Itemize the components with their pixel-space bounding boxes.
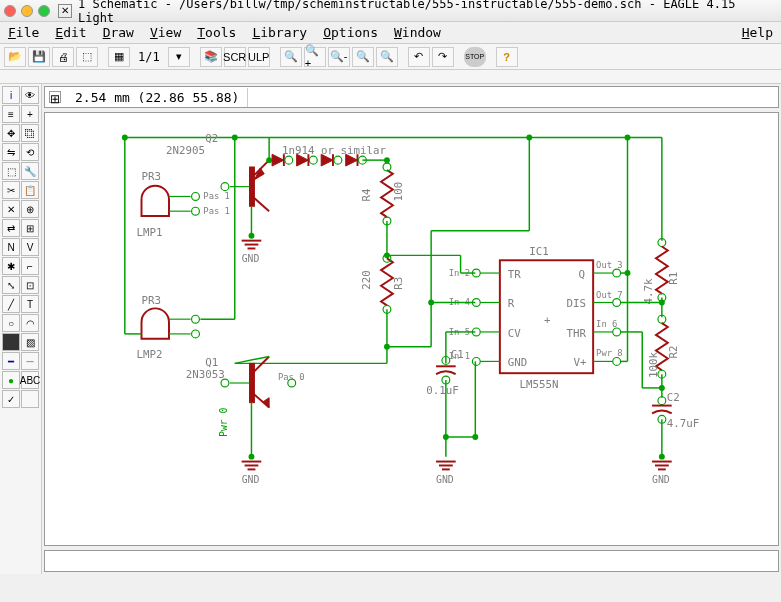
coord-display: 2.54 mm (22.86 55.88)	[67, 88, 248, 107]
titlebar: ✕ 1 Schematic - /Users/billw/tmp/schemin…	[0, 0, 781, 22]
schematic-canvas[interactable]: PR3 LMP1 Pas 1 Pas 1 Q2 2N2905	[44, 112, 779, 546]
wire-tool[interactable]: ╱	[2, 295, 20, 313]
menu-draw[interactable]: Draw	[103, 25, 134, 40]
menu-help[interactable]: Help	[742, 25, 773, 40]
command-input[interactable]	[44, 550, 779, 572]
gnd2: GND	[242, 474, 260, 485]
smash-tool[interactable]: ✱	[2, 257, 20, 275]
window-title: 1 Schematic - /Users/billw/tmp/scheminst…	[78, 0, 777, 25]
svg-point-24	[285, 156, 293, 164]
move-tool[interactable]: ✥	[2, 124, 20, 142]
erc-tool[interactable]: ✓	[2, 390, 20, 408]
net-tool[interactable]: ─	[21, 352, 39, 370]
bus-tool[interactable]: ━	[2, 352, 20, 370]
library-button[interactable]: 📚	[200, 47, 222, 67]
eye-tool[interactable]: 👁	[21, 86, 39, 104]
script-button[interactable]: SCR	[224, 47, 246, 67]
errors-tool[interactable]	[21, 390, 39, 408]
mark-tool[interactable]: +	[21, 105, 39, 123]
close-button[interactable]	[4, 5, 16, 17]
menu-edit[interactable]: Edit	[55, 25, 86, 40]
menu-file[interactable]: File	[8, 25, 39, 40]
minimize-button[interactable]	[21, 5, 33, 17]
rotate-tool[interactable]: ⟲	[21, 143, 39, 161]
svg-line-10	[252, 196, 269, 211]
split-tool[interactable]: ⤡	[2, 276, 20, 294]
ic-thr: THR	[567, 327, 587, 340]
change-tool[interactable]: 🔧	[21, 162, 39, 180]
paste-tool[interactable]: 📋	[21, 181, 39, 199]
ic-q: Q	[578, 268, 585, 281]
mirror-tool[interactable]: ⇋	[2, 143, 20, 161]
r2-value: 100k	[647, 352, 660, 379]
pwr0-a: Pwr 0	[218, 407, 229, 437]
svg-point-77	[613, 299, 621, 307]
lmp1-label: PR3	[142, 170, 162, 183]
text-tool[interactable]: T	[21, 295, 39, 313]
stop-button[interactable]: STOP	[464, 47, 486, 67]
zoom-in-button[interactable]: 🔍+	[304, 47, 326, 67]
cam-button[interactable]: ⬚	[76, 47, 98, 67]
traffic-lights	[4, 5, 50, 17]
zoom-select-button[interactable]: 🔍	[376, 47, 398, 67]
menu-window[interactable]: Window	[394, 25, 441, 40]
menu-tools[interactable]: Tools	[197, 25, 236, 40]
ic-tr: TR	[508, 268, 522, 281]
zoom-button[interactable]	[38, 5, 50, 17]
coord-bar: ⊞ 2.54 mm (22.86 55.88)	[44, 86, 779, 108]
circle-tool[interactable]: ○	[2, 314, 20, 332]
gateswap-tool[interactable]: ⊞	[21, 219, 39, 237]
rect-tool[interactable]	[2, 333, 20, 351]
delete-tool[interactable]: ✕	[2, 200, 20, 218]
zoom-redraw-button[interactable]: 🔍	[352, 47, 374, 67]
ic-gnd: GND	[508, 356, 528, 369]
label-tool[interactable]: ABC	[21, 371, 39, 389]
invoke-tool[interactable]: ⊡	[21, 276, 39, 294]
x-close-icon[interactable]: ✕	[58, 4, 72, 18]
tool-palette: i👁 ≡+ ✥⿻ ⇋⟲ ⬚🔧 ✂📋 ✕⊕ ⇄⊞ NV ✱⌐ ⤡⊡ ╱T ○◠ ▨…	[0, 84, 42, 574]
r2-name: R2	[667, 345, 680, 358]
miter-tool[interactable]: ⌐	[21, 257, 39, 275]
redo-button[interactable]: ↷	[432, 47, 454, 67]
cut-tool[interactable]: ✂	[2, 181, 20, 199]
svg-point-123	[625, 270, 631, 276]
layer-tool[interactable]: ≡	[2, 105, 20, 123]
r1-value: 4.7k	[642, 278, 655, 305]
grid-toggle[interactable]: ⊞	[49, 91, 61, 103]
value-tool[interactable]: V	[21, 238, 39, 256]
r3-value: 220	[360, 270, 373, 290]
undo-button[interactable]: ↶	[408, 47, 430, 67]
board-button[interactable]: ▦	[108, 47, 130, 67]
svg-point-48	[192, 330, 200, 338]
gnd4: GND	[652, 474, 670, 485]
info-tool[interactable]: i	[2, 86, 20, 104]
svg-point-6	[192, 193, 200, 201]
copy-tool[interactable]: ⿻	[21, 124, 39, 142]
menu-view[interactable]: View	[150, 25, 181, 40]
group-tool[interactable]: ⬚	[2, 162, 20, 180]
help-button[interactable]: ?	[496, 47, 518, 67]
pinswap-tool[interactable]: ⇄	[2, 219, 20, 237]
add-tool[interactable]: ⊕	[21, 200, 39, 218]
svg-point-27	[309, 156, 317, 164]
arc-tool[interactable]: ◠	[21, 314, 39, 332]
ulp-button[interactable]: ULP	[248, 47, 270, 67]
lmp1-name: LMP1	[137, 226, 163, 239]
save-button[interactable]: 💾	[28, 47, 50, 67]
zoom-fit-button[interactable]: 🔍	[280, 47, 302, 67]
zoom-out-button[interactable]: 🔍-	[328, 47, 350, 67]
polygon-tool[interactable]: ▨	[21, 333, 39, 351]
svg-point-47	[192, 315, 200, 323]
name-tool[interactable]: N	[2, 238, 20, 256]
menu-library[interactable]: Library	[252, 25, 307, 40]
print-button[interactable]: 🖨	[52, 47, 74, 67]
pin-out7: Out 7	[596, 290, 623, 300]
ic1-name: IC1	[529, 245, 549, 258]
ic1-value: LM555N	[520, 378, 559, 391]
page-dropdown[interactable]: ▾	[168, 47, 190, 67]
c1-value: 0.1uF	[426, 384, 459, 397]
svg-point-89	[526, 135, 532, 141]
junction-tool[interactable]: ●	[2, 371, 20, 389]
menu-options[interactable]: Options	[323, 25, 378, 40]
open-button[interactable]: 📂	[4, 47, 26, 67]
